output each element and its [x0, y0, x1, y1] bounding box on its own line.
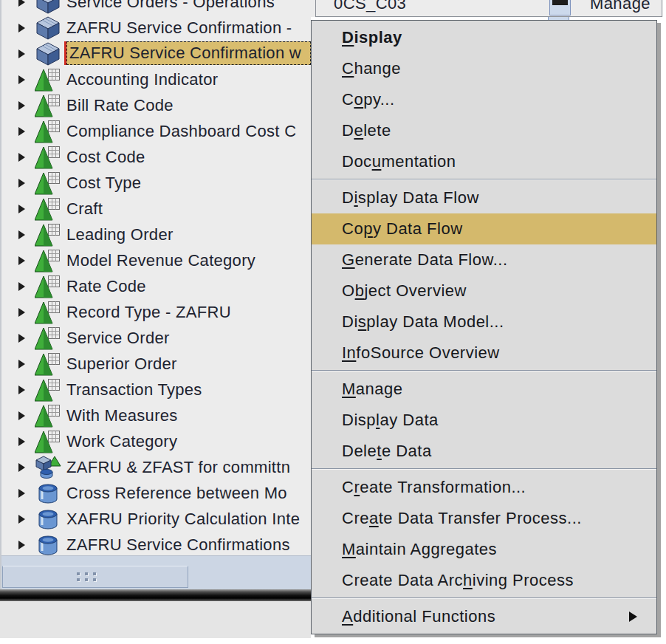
column-divider [315, 0, 316, 16]
tree-item[interactable]: Cross Reference between Mo [1, 480, 311, 506]
menu-item-change[interactable]: Change [312, 53, 656, 84]
menu-item-additional-functions[interactable]: Additional Functions [312, 601, 656, 632]
characteristic-icon [35, 249, 61, 273]
menu-item-copy[interactable]: Copy... [312, 84, 656, 115]
expand-arrow-icon[interactable] [18, 334, 25, 343]
manage-table-icon[interactable] [549, 0, 571, 16]
expand-arrow-icon[interactable] [18, 541, 25, 549]
menu-item-object-overview[interactable]: Object Overview [312, 275, 656, 306]
menu-item-delete-data[interactable]: Delete Data [312, 436, 656, 467]
horizontal-scrollbar[interactable] [1, 555, 311, 589]
expand-arrow-icon[interactable] [18, 75, 25, 84]
expand-arrow-icon[interactable] [18, 437, 25, 446]
menu-item-display-data-flow[interactable]: Display Data Flow [312, 182, 656, 213]
manage-action-link[interactable]: Manage [590, 0, 650, 13]
tree-item-label: Cost Code [66, 148, 145, 167]
expand-arrow-icon[interactable] [18, 230, 25, 239]
menu-item-manage[interactable]: Manage [312, 374, 656, 405]
tree-item[interactable]: With Measures [1, 402, 311, 428]
tree-item-label: ZAFRU Service Confirmation - [66, 18, 292, 38]
menu-item-maintain-aggregates[interactable]: Maintain Aggregates [312, 534, 656, 565]
scrollbar-grip-icon [77, 572, 99, 582]
tree-item[interactable]: Service Order [1, 325, 311, 351]
menu-item-generate-data-flow[interactable]: Generate Data Flow... [312, 244, 656, 275]
menu-item-label: Additional Functions [342, 607, 495, 626]
tree-item[interactable]: Record Type - ZAFRU [1, 299, 311, 325]
characteristic-icon [35, 197, 61, 221]
infocube-icon [35, 0, 61, 14]
infoprovider-tree: Service Orders - OperationsZAFRU Service… [1, 0, 311, 555]
tree-item-label: Cross Reference between Mo [66, 484, 287, 503]
tree-item-label: Accounting Indicator [66, 70, 218, 89]
expand-arrow-icon[interactable] [18, 489, 25, 498]
expand-arrow-icon[interactable] [18, 463, 25, 472]
selected-item-highlight[interactable]: ZAFRU Service Confirmation w [66, 41, 311, 65]
tree-item-label: XAFRU Priority Calculation Inte [66, 510, 300, 529]
tree-item[interactable]: Accounting Indicator [1, 66, 311, 92]
tree-item-label: Work Category [66, 432, 177, 451]
menu-item-infosource-overview[interactable]: InfoSource Overview [312, 338, 656, 369]
menu-item-delete[interactable]: Delete [312, 115, 656, 146]
technical-name-cell: 0CS_C03 [334, 0, 406, 13]
tree-item[interactable]: ZAFRU Service Confirmation w [1, 41, 311, 66]
tree-item[interactable]: Bill Rate Code [1, 92, 311, 118]
menu-item-display-data-model[interactable]: Display Data Model... [312, 306, 656, 338]
scrollbar-thumb[interactable] [2, 566, 188, 588]
expand-arrow-icon[interactable] [18, 282, 25, 291]
tree-item[interactable]: Transaction Types [1, 377, 311, 402]
menu-item-copy-data-flow[interactable]: Copy Data Flow [312, 213, 656, 244]
menu-item-create-data-archiving-process[interactable]: Create Data Archiving Process [312, 565, 656, 596]
expand-arrow-icon[interactable] [18, 411, 25, 420]
menu-item-documentation[interactable]: Documentation [312, 146, 656, 177]
tree-item[interactable]: ZAFRU & ZFAST for committn [1, 454, 311, 480]
expand-arrow-icon[interactable] [18, 101, 25, 110]
menu-item-label: Display Data [342, 411, 439, 429]
tree-item[interactable]: Cost Type [1, 170, 311, 196]
menu-item-display[interactable]: Display [312, 22, 656, 53]
expand-arrow-icon[interactable] [18, 0, 25, 7]
menu-separator [312, 370, 656, 371]
expand-arrow-icon[interactable] [18, 49, 25, 58]
tree-item[interactable]: ZAFRU Service Confirmations [1, 532, 311, 555]
expand-arrow-icon[interactable] [18, 386, 25, 394]
tree-item-label: Cost Type [66, 174, 141, 193]
expand-arrow-icon[interactable] [18, 153, 25, 162]
tree-item[interactable]: ZAFRU Service Confirmation - [1, 15, 311, 41]
tree-item[interactable]: Rate Code [1, 273, 311, 299]
tree-item[interactable]: Superior Order [1, 351, 311, 377]
tree-item[interactable]: Service Orders - Operations [1, 0, 311, 15]
menu-item-display-data[interactable]: Display Data [312, 405, 656, 436]
menu-item-create-data-transfer-process[interactable]: Create Data Transfer Process... [312, 503, 656, 534]
tree-item[interactable]: Craft [1, 196, 311, 222]
tree-item-label: Bill Rate Code [66, 96, 174, 115]
tree-item-label: Compliance Dashboard Cost C [66, 122, 296, 141]
tree-item[interactable]: Cost Code [1, 144, 311, 170]
panel-divider-bar[interactable] [0, 589, 311, 601]
expand-arrow-icon[interactable] [18, 24, 25, 32]
characteristic-icon [35, 378, 61, 402]
menu-item-create-transformation[interactable]: Create Transformation... [312, 472, 656, 503]
sap-bw-workbench: 0CS_C03 Manage Service Orders - Operatio… [0, 0, 666, 644]
dso-icon [35, 482, 61, 505]
menu-item-label: Create Data Archiving Process [342, 571, 574, 589]
expand-arrow-icon[interactable] [18, 205, 25, 213]
expand-arrow-icon[interactable] [18, 256, 25, 265]
characteristic-icon [35, 94, 61, 117]
dso-icon [35, 507, 61, 531]
tree-item[interactable]: Compliance Dashboard Cost C [1, 118, 311, 144]
expand-arrow-icon[interactable] [18, 360, 25, 369]
menu-item-label: Delete [342, 121, 391, 140]
menu-item-label: Create Data Transfer Process... [342, 509, 582, 527]
tree-item[interactable]: XAFRU Priority Calculation Inte [1, 506, 311, 532]
tree-item-label: Leading Order [66, 225, 174, 244]
expand-arrow-icon[interactable] [18, 308, 25, 317]
menu-item-label: Documentation [342, 152, 456, 171]
expand-arrow-icon[interactable] [18, 179, 25, 188]
tree-item[interactable]: Work Category [1, 428, 311, 454]
characteristic-icon [35, 145, 61, 169]
expand-arrow-icon[interactable] [18, 515, 25, 524]
characteristic-icon [35, 68, 61, 92]
tree-item[interactable]: Model Revenue Category [1, 247, 311, 273]
tree-item[interactable]: Leading Order [1, 222, 311, 247]
expand-arrow-icon[interactable] [18, 127, 25, 136]
